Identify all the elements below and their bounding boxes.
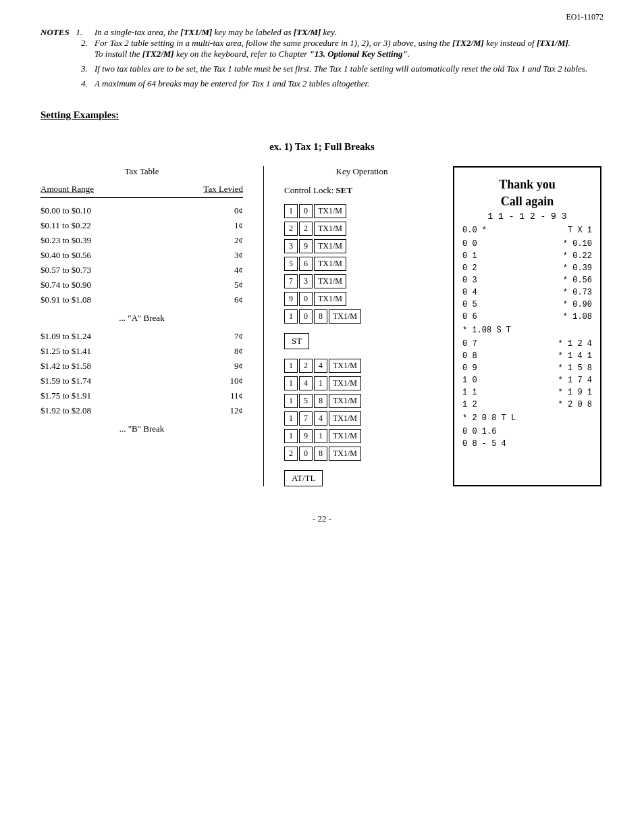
section-title: Setting Examples:	[41, 109, 603, 121]
key-row: 73TX1/M	[284, 274, 439, 288]
receipt-row: 0 6* 1.08	[462, 311, 592, 323]
note-item-2: 2. For Tax 2 table setting in a multi-ta…	[81, 38, 603, 59]
tax-row: $1.75 to $1.9111¢	[41, 388, 243, 403]
amount-range: $0.40 to $0.56	[41, 250, 91, 261]
page-id: EO1-11072	[566, 12, 603, 22]
tax-row: $1.59 to $1.7410¢	[41, 374, 243, 388]
key-box: 3	[284, 239, 298, 253]
notes-title-text: NOTES	[41, 27, 70, 37]
amount-range: $1.59 to $1.74	[41, 376, 91, 386]
key-box: 1	[314, 376, 327, 390]
tax-levied: 4¢	[234, 265, 243, 276]
amount-range: $1.75 to $1.91	[41, 390, 91, 401]
amount-range: $0.11 to $0.22	[41, 220, 91, 231]
key-box: 0	[299, 447, 313, 461]
key-box: 2	[284, 222, 298, 236]
note-text-2: For Tax 2 table setting in a multi-tax a…	[95, 38, 570, 59]
receipt-row: 1 0* 1 7 4	[462, 374, 592, 386]
tax-levied: 2¢	[234, 235, 243, 246]
receipt-title-2: Call again	[462, 195, 592, 209]
tx1m-key: TX1/M	[329, 309, 361, 324]
receipt-zero: 0.0 * T X 1	[462, 224, 592, 236]
key-row: 141TX1/M	[284, 376, 439, 390]
key-row: 158TX1/M	[284, 394, 439, 408]
tax-row: $0.23 to $0.392¢	[41, 233, 243, 248]
tx1m-key: TX1/M	[329, 359, 361, 373]
tax-levied: 10¢	[230, 376, 244, 386]
key-box: 4	[299, 376, 313, 390]
tax-levied: 0¢	[234, 205, 243, 216]
receipt-row: 0 5* 0.90	[462, 299, 592, 311]
key-box: 1	[284, 204, 298, 218]
main-layout: Tax Table Amount Range Tax Levied $0.00 …	[41, 166, 603, 486]
note-item-4: 4. A maximum of 64 breaks may be entered…	[81, 78, 603, 89]
key-box: 9	[299, 239, 313, 253]
tx1m-key: TX1/M	[314, 292, 346, 306]
note-num-2: 2.	[81, 38, 95, 59]
control-lock-line: Control Lock: SET	[284, 185, 439, 196]
key-box: 2	[299, 222, 313, 236]
key-box: 1	[284, 376, 298, 390]
amount-range: $0.74 to $0.90	[41, 280, 91, 290]
receipt-row: 0 3* 0.56	[462, 274, 592, 286]
tax-row: $1.25 to $1.418¢	[41, 344, 243, 359]
key-box: 8	[314, 447, 327, 461]
key-row: 39TX1/M	[284, 239, 439, 253]
receipt-footer2: 0 8 - 5 4	[462, 438, 592, 450]
receipt-date: 1 1 - 1 2 - 9 3	[462, 211, 592, 222]
amount-range: $1.42 to $1.58	[41, 361, 91, 372]
tx1m-key: TX1/M	[314, 204, 346, 218]
tx1m-key: TX1/M	[314, 274, 346, 288]
key-row: 124TX1/M	[284, 359, 439, 373]
note-text-3: If two tax tables are to be set, the Tax…	[95, 64, 587, 74]
tax-table-col-headers: Amount Range Tax Levied	[41, 184, 243, 198]
note-num-3: 3.	[81, 64, 95, 74]
amount-range: $1.92 to $2.08	[41, 405, 91, 416]
example-title: ex. 1) Tax 1; Full Breaks	[41, 141, 603, 153]
at-key-container: AT/TL	[284, 465, 439, 486]
note-text-1: In a single-tax area, the [TX1/M] key ma…	[95, 27, 336, 38]
tax-row: $0.00 to $0.100¢	[41, 203, 243, 218]
receipt-rows-2: 0 7* 1 2 40 8* 1 4 10 9* 1 5 81 0* 1 7 4…	[462, 338, 592, 411]
amount-range: $1.25 to $1.41	[41, 346, 91, 357]
key-box: 1	[284, 394, 298, 408]
col-levied-header: Tax Levied	[203, 184, 243, 195]
note-num-4: 4.	[81, 78, 95, 89]
key-box: 0	[299, 204, 313, 218]
key-row: 208TX1/M	[284, 447, 439, 461]
tx1m-key: TX1/M	[329, 447, 361, 461]
tax-row: $0.40 to $0.563¢	[41, 248, 243, 263]
control-lock-label: Control Lock:	[284, 185, 333, 195]
receipt-footer1: 0 0 1.6	[462, 426, 592, 438]
receipt-row: 0 7* 1 2 4	[462, 338, 592, 350]
tx1m-key: TX1/M	[329, 411, 361, 426]
page-number: - 22 -	[41, 513, 603, 524]
key-box: 4	[314, 359, 327, 373]
key-box: 2	[299, 359, 313, 373]
ko-header-text: Key Operation	[284, 166, 439, 177]
key-operation-section: Key Operation Control Lock: SET 10TX1/M2…	[284, 166, 439, 486]
at-key: AT/TL	[284, 470, 323, 486]
key-box: 8	[314, 394, 327, 408]
break-a-label: ... "A" Break	[41, 307, 243, 329]
tax-levied: 12¢	[230, 405, 244, 416]
key-box: 1	[284, 429, 298, 443]
tx1m-key: TX1/M	[329, 376, 361, 390]
key-box: 5	[284, 257, 298, 271]
key-rows-group2: 124TX1/M141TX1/M158TX1/M174TX1/M191TX1/M…	[284, 359, 439, 461]
key-box: 2	[284, 447, 298, 461]
tax-levied: 7¢	[234, 331, 243, 342]
receipt-row: 0 8* 1 4 1	[462, 350, 592, 362]
tax-levied: 6¢	[234, 295, 243, 305]
tax-row: $0.57 to $0.734¢	[41, 263, 243, 278]
notes-container: NOTES 1. In a single-tax area, the [TX1/…	[41, 27, 603, 38]
receipt-row: 1 1* 1 9 1	[462, 386, 592, 399]
st-key-container: ST	[284, 328, 439, 355]
note-text-4: A maximum of 64 breaks may be entered fo…	[95, 78, 369, 89]
tax-levied: 5¢	[234, 280, 243, 290]
amount-range: $0.91 to $1.08	[41, 295, 91, 305]
amount-range: $0.57 to $0.73	[41, 265, 91, 276]
key-rows-group1: 10TX1/M22TX1/M39TX1/M56TX1/M73TX1/M90TX1…	[284, 204, 439, 324]
break-b-label: ... "B" Break	[41, 418, 243, 440]
receipt-st-line: * 1.08 S T	[462, 324, 592, 336]
